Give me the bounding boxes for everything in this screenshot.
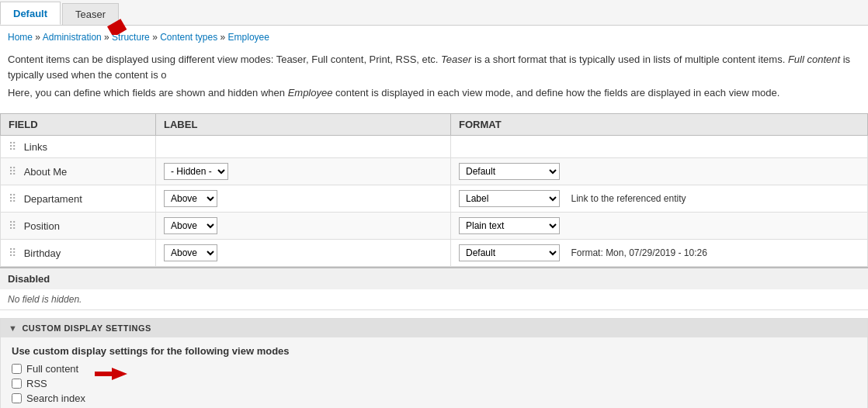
breadcrumb-employee[interactable]: Employee <box>228 32 269 43</box>
annotation-arrow-tab <box>85 4 132 35</box>
departament-hint: Link to the referenced entity <box>571 193 686 204</box>
format-cell-birthday: Default Plain text Format: Mon, 07/29/20… <box>451 239 868 266</box>
checkbox-search-index-label: Search index <box>26 392 85 404</box>
description-line2: Here, you can define which fields are sh… <box>8 85 860 101</box>
breadcrumb-content-types[interactable]: Content types <box>160 32 217 43</box>
custom-display-subtitle: Use custom display settings for the foll… <box>12 345 856 357</box>
field-departament: ⠿ Departament <box>1 185 156 212</box>
format-cell-position: Plain text Default Trimmed <box>451 212 868 239</box>
checkbox-rss-label: RSS <box>26 378 47 389</box>
table-row: ⠿ Position Above Inline Hidden Plain tex… <box>1 212 868 239</box>
collapse-arrow-icon[interactable]: ▼ <box>9 323 17 333</box>
format-select-about-me[interactable]: Default Plain text Trimmed <box>459 163 560 180</box>
field-about-me-label: About Me <box>24 166 68 178</box>
drag-handle[interactable]: ⠿ <box>9 220 16 232</box>
checkbox-rss: RSS <box>12 378 856 389</box>
table-row: ⠿ Departament Above Inline Hidden Label … <box>1 185 868 212</box>
checkbox-full-content: Full content <box>12 363 856 375</box>
drag-handle[interactable]: ⠿ <box>9 247 16 259</box>
birthday-hint: Format: Mon, 07/29/2019 - 10:26 <box>571 247 707 258</box>
checkbox-full-content-input[interactable] <box>12 364 22 374</box>
checkbox-full-content-label: Full content <box>26 363 78 375</box>
breadcrumb-home[interactable]: Home <box>8 32 33 43</box>
field-links: ⠿ Links <box>1 135 156 157</box>
checkbox-search-index: Search index <box>12 392 856 404</box>
table-row: ⠿ About Me - Hidden - Above Inline Hidde… <box>1 157 868 185</box>
field-position: ⠿ Position <box>1 212 156 239</box>
col-label: LABEL <box>156 113 451 135</box>
col-field: FIELD <box>1 113 156 135</box>
custom-display-settings: ▼ CUSTOM DISPLAY SETTINGS Use custom dis… <box>0 318 868 409</box>
svg-marker-1 <box>95 368 127 380</box>
drag-handle[interactable]: ⠿ <box>9 140 16 153</box>
field-position-label: Position <box>24 220 60 232</box>
format-select-position[interactable]: Plain text Default Trimmed <box>459 217 560 234</box>
format-cell-about-me: Default Plain text Trimmed <box>451 157 868 185</box>
no-field-text: No field is hidden. <box>0 289 868 310</box>
label-cell-departament: Above Inline Hidden <box>156 185 451 212</box>
drag-handle[interactable]: ⠿ <box>9 165 16 178</box>
col-format: FORMAT <box>451 113 868 135</box>
disabled-section-header: Disabled <box>0 267 868 289</box>
description: Content items can be displayed using dif… <box>0 49 868 107</box>
format-select-birthday[interactable]: Default Plain text <box>459 244 560 261</box>
custom-display-header: ▼ CUSTOM DISPLAY SETTINGS <box>1 319 867 337</box>
annotation-arrow-checkbox <box>93 365 128 386</box>
label-select-departament[interactable]: Above Inline Hidden <box>164 190 217 207</box>
label-cell-links <box>156 135 451 157</box>
field-departament-label: Departament <box>24 193 82 205</box>
checkbox-search-index-input[interactable] <box>12 393 22 403</box>
field-birthday-label: Birthday <box>24 247 61 259</box>
label-select-position[interactable]: Above Inline Hidden <box>164 217 217 234</box>
label-cell-position: Above Inline Hidden <box>156 212 451 239</box>
drag-handle[interactable]: ⠿ <box>9 192 16 205</box>
breadcrumb-sep1: » <box>35 32 42 43</box>
custom-display-title: CUSTOM DISPLAY SETTINGS <box>22 323 151 333</box>
table-row: ⠿ Birthday Above Inline Hidden Default P… <box>1 239 868 266</box>
label-cell-about-me: - Hidden - Above Inline Hidden <box>156 157 451 185</box>
custom-display-body: Use custom display settings for the foll… <box>1 337 867 409</box>
svg-marker-0 <box>101 4 132 35</box>
format-cell-links <box>451 135 868 157</box>
format-select-departament[interactable]: Label Default Key <box>459 190 560 207</box>
checkbox-rss-input[interactable] <box>12 379 22 389</box>
field-links-label: Links <box>24 141 47 153</box>
label-select-about-me[interactable]: - Hidden - Above Inline Hidden <box>164 163 228 180</box>
format-cell-departament: Label Default Key Link to the referenced… <box>451 185 868 212</box>
table-row: ⠿ Links <box>1 135 868 157</box>
label-select-birthday[interactable]: Above Inline Hidden <box>164 244 217 261</box>
tab-default[interactable]: Default <box>0 2 61 25</box>
field-about-me: ⠿ About Me <box>1 157 156 185</box>
breadcrumb-sep3: » <box>152 32 160 43</box>
label-cell-birthday: Above Inline Hidden <box>156 239 451 266</box>
description-line1: Content items can be displayed using dif… <box>8 52 860 82</box>
breadcrumb-sep4: » <box>220 32 228 43</box>
field-birthday: ⠿ Birthday <box>1 239 156 266</box>
field-table: FIELD LABEL FORMAT ⠿ Links ⠿ About Me - … <box>0 113 868 267</box>
